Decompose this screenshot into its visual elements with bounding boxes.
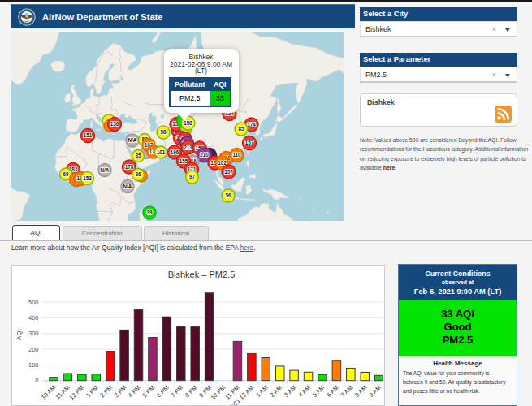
svg-text:110: 110: [232, 152, 241, 158]
svg-text:85: 85: [135, 153, 141, 158]
svg-text:8 AM: 8 AM: [353, 384, 368, 399]
svg-text:2 PM: 2 PM: [98, 384, 114, 400]
svg-text:200: 200: [28, 346, 39, 353]
svg-text:3 PM: 3 PM: [113, 384, 128, 400]
svg-text:1 AM: 1 AM: [254, 384, 269, 399]
svg-text:213: 213: [184, 145, 192, 150]
svg-text:0: 0: [35, 377, 38, 384]
svg-text:2 AM: 2 AM: [269, 384, 283, 399]
svg-text:101: 101: [157, 149, 166, 155]
svg-text:157: 157: [224, 169, 233, 175]
svg-text:6 AM: 6 AM: [325, 384, 340, 399]
svg-text:178: 178: [125, 164, 134, 170]
svg-text:86: 86: [135, 171, 141, 177]
svg-text:157: 157: [245, 140, 254, 145]
svg-text:69: 69: [63, 171, 69, 177]
svg-text:10 AM: 10 AM: [40, 384, 57, 401]
svg-text:N/A: N/A: [128, 137, 137, 143]
svg-text:85: 85: [238, 126, 244, 132]
svg-text:4 PM: 4 PM: [127, 384, 142, 400]
svg-text:210: 210: [200, 152, 209, 158]
svg-text:7 PM: 7 PM: [169, 384, 184, 400]
svg-text:100: 100: [28, 361, 39, 369]
svg-text:56: 56: [225, 192, 231, 198]
svg-text:AQI: AQI: [15, 329, 23, 340]
svg-text:58: 58: [160, 129, 167, 135]
svg-text:196: 196: [171, 149, 179, 155]
svg-text:39: 39: [146, 209, 153, 215]
svg-text:102: 102: [218, 160, 227, 166]
svg-text:156: 156: [110, 121, 119, 127]
svg-text:N/A: N/A: [101, 167, 110, 173]
svg-text:3 AM: 3 AM: [283, 384, 297, 399]
svg-text:Bishkek – PM2.5: Bishkek – PM2.5: [168, 270, 236, 279]
svg-text:7 AM: 7 AM: [340, 384, 354, 399]
svg-text:153: 153: [83, 175, 92, 181]
svg-text:155: 155: [179, 158, 188, 164]
svg-text:5 AM: 5 AM: [311, 384, 326, 399]
svg-text:300: 300: [28, 330, 39, 337]
svg-text:151: 151: [84, 132, 93, 138]
svg-text:6 PM: 6 PM: [155, 384, 171, 400]
svg-text:N/A: N/A: [123, 184, 132, 189]
svg-text:10 PM: 10 PM: [210, 384, 227, 402]
svg-text:500: 500: [28, 299, 39, 306]
svg-text:8 PM: 8 PM: [184, 384, 199, 400]
svg-text:400: 400: [28, 314, 39, 322]
svg-text:97: 97: [189, 174, 196, 179]
svg-text:1 PM: 1 PM: [84, 384, 100, 400]
svg-text:4 AM: 4 AM: [297, 384, 312, 399]
svg-text:174: 174: [247, 122, 256, 127]
svg-text:5 PM: 5 PM: [141, 384, 157, 400]
svg-text:9 AM: 9 AM: [368, 384, 383, 399]
svg-text:12 PM: 12 PM: [68, 384, 86, 402]
